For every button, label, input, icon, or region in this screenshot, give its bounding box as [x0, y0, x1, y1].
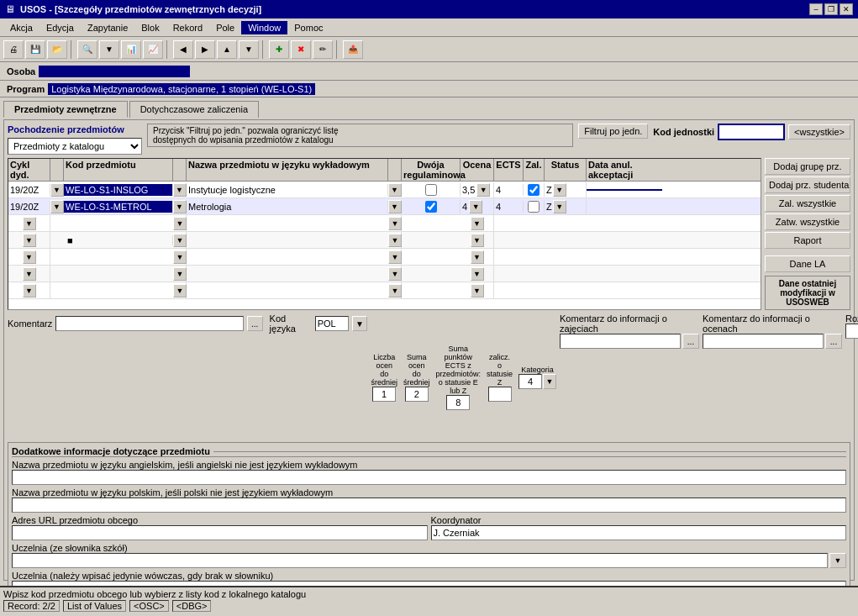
- toolbar-prev-icon[interactable]: ◀: [173, 40, 193, 59]
- koord-input[interactable]: [431, 525, 847, 540]
- e7c[interactable]: ▼: [388, 284, 402, 297]
- status-btn-2[interactable]: ▼: [553, 200, 566, 213]
- e7d[interactable]: ▼: [471, 284, 484, 297]
- download-btn-2c[interactable]: ▼: [388, 200, 402, 213]
- toolbar-up-icon[interactable]: ▲: [217, 40, 237, 59]
- suma-ects-input[interactable]: [446, 395, 470, 410]
- cell-icon-2[interactable]: ▼: [50, 200, 64, 213]
- toolbar-save-icon[interactable]: 💾: [25, 40, 45, 59]
- e5d[interactable]: ▼: [471, 250, 484, 264]
- e5c[interactable]: ▼: [388, 250, 402, 264]
- status-btn-1[interactable]: ▼: [553, 183, 566, 197]
- cell-icon-1b[interactable]: ▼: [173, 183, 187, 197]
- toolbar-down-icon[interactable]: ▼: [239, 40, 259, 59]
- download-btn-1[interactable]: ▼: [50, 183, 64, 197]
- toolbar-print-icon[interactable]: 🖨: [3, 40, 24, 59]
- menu-item-edycja[interactable]: Edycja: [39, 21, 81, 34]
- table-row[interactable]: ▼ ▼ ▼ ▼: [8, 266, 761, 282]
- minimize-button[interactable]: –: [809, 3, 823, 15]
- restore-button[interactable]: ❐: [824, 3, 838, 15]
- uczelnia1-input[interactable]: [12, 553, 828, 568]
- close-button[interactable]: ✕: [840, 3, 853, 15]
- empty-btn-4c[interactable]: ▼: [388, 234, 402, 247]
- tab-zaliczenia[interactable]: Dotychczasowe zaliczenia: [129, 101, 259, 118]
- e6a[interactable]: ▼: [23, 267, 36, 281]
- table-row[interactable]: 19/20Z ▼ WE-LO-S1-METROL ▼ Metrologia ▼ …: [8, 198, 761, 215]
- download-btn-2[interactable]: ▼: [50, 200, 64, 213]
- cell-icon-1[interactable]: ▼: [50, 183, 64, 197]
- zal-check-2[interactable]: [528, 201, 540, 213]
- ang-input[interactable]: [12, 470, 846, 485]
- table-row[interactable]: ▼ ▼ ▼ ▼: [8, 215, 761, 232]
- rozklad-ocen-input[interactable]: [845, 324, 858, 339]
- url-input[interactable]: [12, 525, 428, 540]
- table-row[interactable]: 19/20Z ▼ WE-LO-S1-INSLOG ▼ Instytucje lo…: [8, 182, 761, 198]
- toolbar-add-icon[interactable]: ✚: [269, 40, 289, 59]
- liczba-ocen-input[interactable]: [372, 387, 396, 402]
- e7b[interactable]: ▼: [173, 284, 187, 297]
- komentarz-input[interactable]: [55, 316, 244, 331]
- menu-item-zapytanie[interactable]: Zapytanie: [81, 21, 134, 34]
- komentarz-ocen-btn[interactable]: ...: [825, 334, 842, 349]
- komentarz-btn[interactable]: ...: [247, 316, 263, 331]
- ocena-btn-2[interactable]: ▼: [469, 200, 482, 213]
- kategoria-btn[interactable]: ▼: [543, 374, 556, 389]
- menu-item-blok[interactable]: Blok: [134, 21, 166, 34]
- table-row[interactable]: ▼ ▼ ▼ ▼: [8, 282, 761, 299]
- ocena-btn-1[interactable]: ▼: [476, 183, 490, 197]
- add-group-btn[interactable]: Dodaj grupę prz.: [765, 158, 850, 175]
- e6c[interactable]: ▼: [388, 267, 402, 281]
- add-student-btn[interactable]: Dodaj prz. studenta: [765, 176, 850, 193]
- toolbar-chart-icon[interactable]: 📊: [121, 40, 141, 59]
- unit-value-btn[interactable]: <wszystkie>: [788, 124, 850, 140]
- toolbar-search-icon[interactable]: 🔍: [77, 40, 97, 59]
- download-btn-1b[interactable]: ▼: [173, 183, 187, 197]
- toolbar-filter-icon[interactable]: ▼: [99, 40, 119, 59]
- komentarz-zajecia-btn[interactable]: ...: [682, 334, 699, 349]
- dane-la-btn[interactable]: Dane LA: [765, 255, 850, 272]
- toolbar-next-icon[interactable]: ▶: [195, 40, 215, 59]
- tab-przedmioty[interactable]: Przedmioty zewnętrzne: [3, 101, 128, 118]
- komentarz-ocen-input[interactable]: [703, 334, 824, 349]
- komentarz-zajecia-input[interactable]: [560, 334, 681, 349]
- menu-item-rekord[interactable]: Rekord: [166, 21, 209, 34]
- download-btn-2b[interactable]: ▼: [173, 200, 187, 213]
- zal-check-1[interactable]: [528, 184, 540, 196]
- cell-icon-2c[interactable]: ▼: [388, 200, 402, 213]
- e5b[interactable]: ▼: [173, 250, 187, 264]
- empty-btn-4a[interactable]: ▼: [23, 234, 36, 247]
- toolbar-edit-icon[interactable]: ✏: [313, 40, 333, 59]
- e6b[interactable]: ▼: [173, 267, 187, 281]
- download-btn-1c[interactable]: ▼: [388, 183, 402, 197]
- table-row[interactable]: ▼ ▼ ▼ ▼: [8, 249, 761, 266]
- menu-item-akcja[interactable]: Akcja: [3, 21, 39, 34]
- kategoria-input[interactable]: [518, 374, 542, 389]
- menu-item-pomoc[interactable]: Pomoc: [287, 21, 329, 34]
- kod-jezyka-btn[interactable]: ▼: [352, 316, 368, 331]
- pol-input[interactable]: [12, 498, 846, 513]
- unit-input[interactable]: [718, 124, 785, 140]
- zal-all-btn[interactable]: Zal. wszystkie: [765, 195, 850, 212]
- menu-item-window[interactable]: Window: [241, 21, 287, 34]
- raport-btn[interactable]: Raport: [765, 232, 850, 249]
- uczelnia1-btn[interactable]: ▼: [829, 553, 846, 568]
- cell-icon-1c[interactable]: ▼: [388, 183, 402, 197]
- e7a[interactable]: ▼: [23, 284, 36, 297]
- zalicz-input[interactable]: [488, 387, 512, 402]
- table-row[interactable]: ▼ ■ ▼ ▼ ▼: [8, 232, 761, 249]
- empty-btn-3c[interactable]: ▼: [388, 217, 402, 230]
- toolbar-export-icon[interactable]: 📤: [343, 40, 363, 59]
- origin-select[interactable]: Przedmioty z katalogu: [8, 138, 142, 155]
- e5a[interactable]: ▼: [23, 250, 36, 264]
- toolbar-delete-icon[interactable]: ✖: [291, 40, 311, 59]
- toolbar-open-icon[interactable]: 📂: [47, 40, 67, 59]
- empty-btn-3d[interactable]: ▼: [471, 217, 484, 230]
- empty-btn-4d[interactable]: ▼: [471, 234, 484, 247]
- empty-btn-3a[interactable]: ▼: [23, 217, 36, 230]
- kod-jezyka-input[interactable]: [315, 316, 349, 331]
- empty-btn-3b[interactable]: ▼: [173, 217, 187, 230]
- empty-btn-4b[interactable]: ▼: [173, 234, 187, 247]
- toolbar-chart2-icon[interactable]: 📈: [143, 40, 163, 59]
- cell-icon-2b[interactable]: ▼: [173, 200, 187, 213]
- suma-ocen-input[interactable]: [405, 387, 429, 402]
